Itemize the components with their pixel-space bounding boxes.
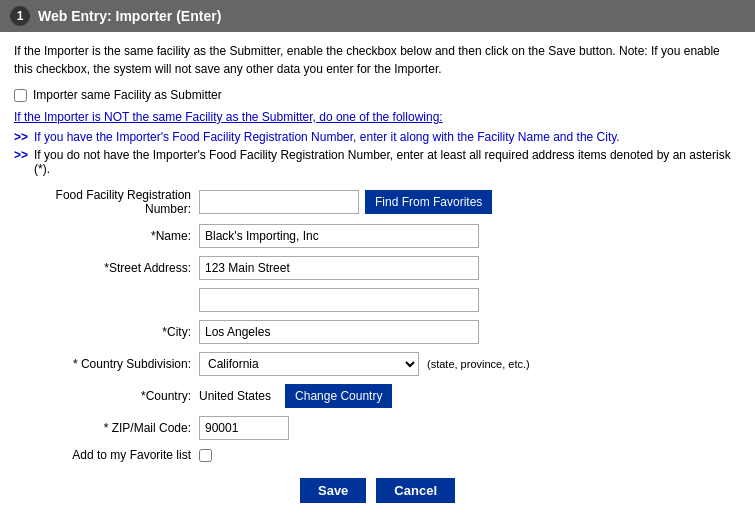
name-input[interactable]	[199, 224, 479, 248]
instructions-line: If the Importer is NOT the same Facility…	[14, 110, 741, 124]
city-label: *City:	[14, 325, 199, 339]
info-text: If the Importer is the same facility as …	[14, 42, 741, 78]
street-address-input-2[interactable]	[199, 288, 479, 312]
city-row: *City:	[14, 320, 741, 344]
button-row: Save Cancel	[14, 478, 741, 513]
country-subdivision-row: * Country Subdivision: California Alabam…	[14, 352, 741, 376]
country-value: United States	[199, 389, 271, 403]
page-title: Web Entry: Importer (Enter)	[38, 8, 221, 24]
favorite-row: Add to my Favorite list	[14, 448, 741, 462]
bullet-text-1: If you have the Importer's Food Facility…	[34, 130, 620, 144]
street-address-input-1[interactable]	[199, 256, 479, 280]
name-row: *Name:	[14, 224, 741, 248]
bullet-row-1: >> If you have the Importer's Food Facil…	[14, 130, 741, 144]
save-button[interactable]: Save	[300, 478, 366, 503]
country-subdivision-select[interactable]: California Alabama Alaska Arizona	[199, 352, 419, 376]
bullet-row-2: >> If you do not have the Importer's Foo…	[14, 148, 741, 176]
same-facility-checkbox[interactable]	[14, 89, 27, 102]
favorite-label: Add to my Favorite list	[14, 448, 199, 462]
favorite-checkbox[interactable]	[199, 449, 212, 462]
country-label: *Country:	[14, 389, 199, 403]
arrow-1: >>	[14, 130, 28, 144]
ffrn-input[interactable]	[199, 190, 359, 214]
zip-label: * ZIP/Mail Code:	[14, 421, 199, 435]
same-facility-label: Importer same Facility as Submitter	[33, 88, 222, 102]
change-country-button[interactable]: Change Country	[285, 384, 392, 408]
zip-input[interactable]	[199, 416, 289, 440]
find-from-favorites-button[interactable]: Find From Favorites	[365, 190, 492, 214]
bullet-text-2: If you do not have the Importer's Food F…	[34, 148, 741, 176]
state-note: (state, province, etc.)	[427, 358, 530, 370]
country-subdivision-label: * Country Subdivision:	[14, 357, 199, 371]
street-address-row-2	[14, 288, 741, 312]
city-input[interactable]	[199, 320, 479, 344]
step-circle: 1	[10, 6, 30, 26]
street-address-row-1: *Street Address:	[14, 256, 741, 280]
name-label: *Name:	[14, 229, 199, 243]
ffrn-label: Food Facility Registration Number:	[14, 188, 199, 216]
street-address-label: *Street Address:	[14, 261, 199, 275]
arrow-2: >>	[14, 148, 28, 162]
title-bar: 1 Web Entry: Importer (Enter)	[0, 0, 755, 32]
zip-row: * ZIP/Mail Code:	[14, 416, 741, 440]
cancel-button[interactable]: Cancel	[376, 478, 455, 503]
same-facility-row: Importer same Facility as Submitter	[14, 88, 741, 102]
ffrn-row: Food Facility Registration Number: Find …	[14, 188, 741, 216]
country-row: *Country: United States Change Country	[14, 384, 741, 408]
